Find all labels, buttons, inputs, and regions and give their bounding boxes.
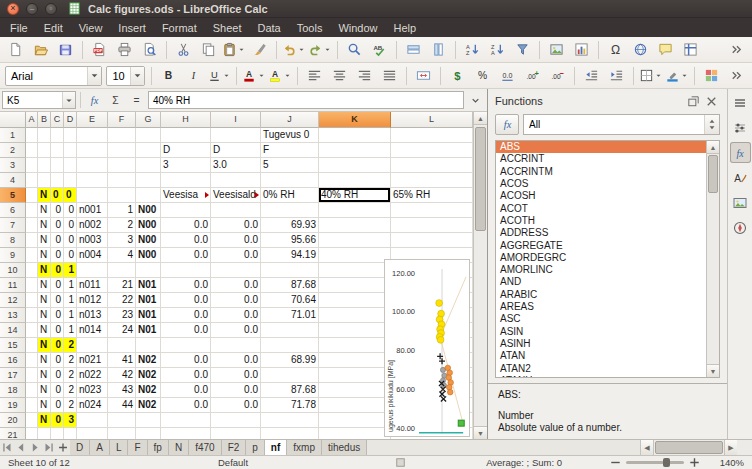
cell-C5[interactable]: 0 (51, 188, 64, 203)
cell-K5[interactable]: 40% RH (319, 188, 391, 203)
cell-K6[interactable] (319, 203, 391, 218)
cell-F20[interactable] (108, 413, 136, 428)
cell-B11[interactable]: N (38, 278, 51, 293)
cell-C4[interactable] (51, 173, 64, 188)
cell-G3[interactable] (136, 158, 161, 173)
function-item-atanh[interactable]: ATANH (496, 375, 719, 378)
cell-H18[interactable]: 0.0 (161, 383, 211, 398)
copy-button[interactable] (197, 39, 220, 61)
cell-K13[interactable] (319, 308, 391, 323)
sheet-tab-nf[interactable]: nf (265, 440, 287, 455)
font-color-dropdown-icon[interactable] (257, 71, 266, 80)
cell-C1[interactable] (51, 128, 64, 143)
cell-I19[interactable]: 0.0 (211, 398, 261, 413)
cell-G17[interactable]: N02 (136, 368, 161, 383)
cell-G14[interactable]: N01 (136, 323, 161, 338)
cell-A17[interactable] (26, 368, 38, 383)
cell-D19[interactable]: 2 (64, 398, 77, 413)
cell-F3[interactable] (108, 158, 136, 173)
cell-K1[interactable] (319, 128, 391, 143)
cell-F7[interactable]: 2 (108, 218, 136, 233)
scroll-right-icon[interactable]: ▶ (724, 440, 737, 455)
cell-G19[interactable]: N02 (136, 398, 161, 413)
special-character-button[interactable]: Ω (604, 39, 627, 61)
cell-B13[interactable]: N (38, 308, 51, 323)
cell-J4[interactable] (261, 173, 319, 188)
sheet-tab-D[interactable]: D (70, 440, 90, 455)
cell-D13[interactable]: 1 (64, 308, 77, 323)
font-name-input[interactable] (6, 67, 87, 85)
cell-L5[interactable]: 65% RH (391, 188, 473, 203)
row-header-5[interactable]: 5 (0, 188, 26, 203)
cell-H2[interactable]: D (161, 143, 211, 158)
column-header-G[interactable]: G (136, 112, 161, 128)
sheet-tab-F[interactable]: F (128, 440, 147, 455)
cell-G18[interactable]: N02 (136, 383, 161, 398)
page-style[interactable]: Default (218, 457, 393, 468)
cell-E6[interactable]: n001 (77, 203, 108, 218)
cell-A1[interactable] (26, 128, 38, 143)
cell-C15[interactable]: 0 (51, 338, 64, 353)
cell-E10[interactable] (77, 263, 108, 278)
cell-D1[interactable] (64, 128, 77, 143)
cell-A9[interactable] (26, 248, 38, 263)
cell-H10[interactable] (161, 263, 211, 278)
cell-E7[interactable]: n002 (77, 218, 108, 233)
cell-I1[interactable] (211, 128, 261, 143)
cell-E12[interactable]: n012 (77, 293, 108, 308)
function-item-accrintm[interactable]: ACCRINTM (496, 166, 719, 178)
cell-F21[interactable] (108, 428, 136, 439)
cell-G5[interactable] (136, 188, 161, 203)
cell-G7[interactable]: N00 (136, 218, 161, 233)
function-item-address[interactable]: ADDRESS (496, 227, 719, 239)
align-right-button[interactable] (353, 65, 376, 87)
cell-B16[interactable]: N (38, 353, 51, 368)
function-item-atan[interactable]: ATAN (496, 350, 719, 362)
cell-I7[interactable]: 0.0 (211, 218, 261, 233)
function-item-acot[interactable]: ACOT (496, 203, 719, 215)
list-scroll-thumb[interactable] (708, 155, 718, 193)
function-item-amorlinc[interactable]: AMORLINC (496, 264, 719, 276)
column-header-J[interactable]: J (261, 112, 319, 128)
sheet-tab-N[interactable]: N (169, 440, 189, 455)
zoom-in-icon[interactable] (687, 455, 702, 469)
merge-cells-button[interactable] (412, 65, 435, 87)
cell-D8[interactable]: 0 (64, 233, 77, 248)
cell-C21[interactable] (51, 428, 64, 439)
row-header-14[interactable]: 14 (0, 323, 26, 338)
highlight-color-button[interactable]: A (268, 65, 292, 87)
cell-D21[interactable] (64, 428, 77, 439)
cell-L8[interactable] (391, 233, 473, 248)
minimize-button[interactable]: – (26, 3, 38, 15)
cell-E3[interactable] (77, 158, 108, 173)
cell-I12[interactable]: 0.0 (211, 293, 261, 308)
cell-J1[interactable]: Tugevus 0 (261, 128, 319, 143)
cell-G2[interactable] (136, 143, 161, 158)
cell-I3[interactable]: 3.0 (211, 158, 261, 173)
cell-I21[interactable] (211, 428, 261, 439)
cell-H8[interactable]: 0.0 (161, 233, 211, 248)
function-list-scrollbar[interactable]: ▲ ▼ (706, 141, 719, 377)
cell-G10[interactable] (136, 263, 161, 278)
cell-D20[interactable]: 3 (64, 413, 77, 428)
sheet-tab-fp[interactable]: fp (148, 440, 169, 455)
column-header-E[interactable]: E (77, 112, 108, 128)
row-header-20[interactable]: 20 (0, 413, 26, 428)
cell-A6[interactable] (26, 203, 38, 218)
function-item-acosh[interactable]: ACOSH (496, 190, 719, 202)
row-header-18[interactable]: 18 (0, 383, 26, 398)
cell-K8[interactable] (319, 233, 391, 248)
cell-G1[interactable] (136, 128, 161, 143)
sheet-tab-fxmp[interactable]: fxmp (287, 440, 322, 455)
cell-L2[interactable] (391, 143, 473, 158)
category-spinner-icon[interactable] (704, 115, 719, 134)
sidebar-tab-styles[interactable]: A (730, 167, 751, 188)
cell-E5[interactable] (77, 188, 108, 203)
row-header-10[interactable]: 10 (0, 263, 26, 278)
function-item-abs[interactable]: ABS (496, 141, 719, 153)
cell-C19[interactable]: 0 (51, 398, 64, 413)
cell-E16[interactable]: n021 (77, 353, 108, 368)
cell-B2[interactable] (38, 143, 51, 158)
cell-D5[interactable]: 0 (64, 188, 77, 203)
cell-A16[interactable] (26, 353, 38, 368)
